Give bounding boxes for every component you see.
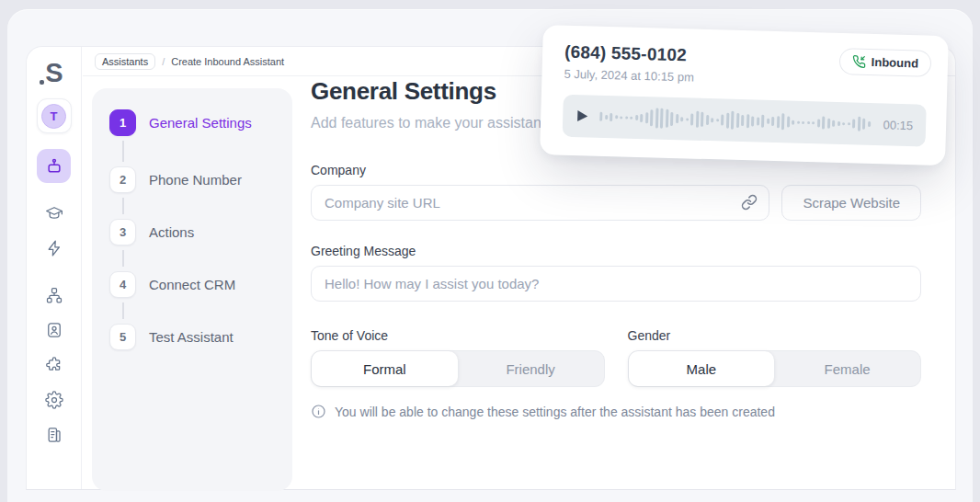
gender-toggle: Male Female (628, 350, 922, 387)
tone-toggle: Formal Friendly (311, 350, 605, 387)
step-test-assistant[interactable]: 5 Test Assistant (109, 324, 234, 350)
link-icon (741, 194, 758, 211)
settings-note-text: You will be able to change these setting… (335, 405, 775, 419)
company-url-input[interactable] (311, 185, 769, 221)
step-general-settings[interactable]: 1 General Settings (109, 109, 252, 136)
gender-option-male[interactable]: Male (629, 351, 775, 386)
inbound-badge: Inbound (838, 48, 931, 77)
step-connector (122, 250, 124, 267)
scrape-website-button[interactable]: Scrape Website (781, 185, 921, 221)
play-button[interactable] (575, 109, 588, 122)
step-label: Phone Number (149, 172, 242, 188)
gender-label: Gender (628, 328, 922, 343)
inbound-badge-label: Inbound (872, 55, 919, 70)
step-navigation: 1 General Settings 2 Phone Number 3 Acti… (92, 88, 292, 491)
avatar: T (41, 104, 66, 129)
fax-machine-icon (45, 426, 63, 444)
info-icon (311, 404, 326, 419)
sidebar-item-actions[interactable] (37, 231, 71, 265)
step-number: 4 (109, 271, 136, 298)
sidebar-item-assistants[interactable] (37, 149, 71, 183)
tone-of-voice-group: Tone of Voice Formal Friendly (311, 328, 605, 387)
step-connector (122, 302, 124, 319)
company-url-field (311, 185, 769, 221)
sidebar-item-integrations[interactable] (37, 348, 71, 382)
avatar-initial: T (51, 109, 58, 123)
tone-option-formal[interactable]: Formal (312, 351, 458, 386)
gender-group: Gender Male Female (628, 328, 922, 387)
waveform[interactable] (599, 96, 873, 145)
graduation-cap-icon (45, 204, 63, 222)
call-recording-card: (684) 555-0102 5 July, 2024 at 10:15 pm … (540, 25, 949, 165)
greeting-input[interactable] (311, 266, 921, 302)
breadcrumb-separator: / (162, 56, 165, 67)
phone-incoming-icon (852, 54, 866, 68)
settings-note: You will be able to change these setting… (311, 404, 921, 419)
step-number: 2 (109, 166, 136, 193)
contact-card-icon (45, 321, 63, 339)
greeting-field (311, 266, 921, 302)
lightning-bolt-icon (45, 239, 63, 257)
assistant-robot-icon (45, 157, 63, 176)
puzzle-piece-icon (45, 356, 63, 374)
sidebar-item-academy[interactable] (37, 196, 71, 230)
brand-logo-dot (40, 80, 44, 85)
sidebar-item-contacts[interactable] (37, 313, 71, 347)
step-label: Actions (149, 224, 194, 240)
workspace-avatar-button[interactable]: T (37, 98, 72, 133)
step-number: 5 (109, 324, 136, 350)
step-label: Test Assistant (149, 329, 234, 345)
step-number: 1 (109, 109, 136, 136)
sidebar-item-fax[interactable] (37, 417, 71, 451)
tone-option-friendly[interactable]: Friendly (458, 351, 604, 386)
sidebar: S T (27, 47, 82, 489)
brand-logo-letter: S (45, 58, 62, 88)
company-field-group: Company Scrape Website (311, 163, 921, 221)
sidebar-item-settings[interactable] (37, 382, 71, 416)
greeting-label: Greeting Message (311, 244, 921, 258)
gender-option-female[interactable]: Female (774, 351, 920, 386)
step-connect-crm[interactable]: 4 Connect CRM (109, 271, 235, 298)
step-connector (122, 198, 124, 214)
audio-duration: 00:15 (883, 118, 913, 132)
company-label: Company (311, 163, 921, 177)
breadcrumb-assistants[interactable]: Assistants (95, 53, 155, 70)
brand-logo: S (45, 54, 62, 91)
step-number: 3 (109, 219, 136, 245)
step-label: Connect CRM (149, 277, 235, 292)
sidebar-item-workflows[interactable] (37, 278, 71, 312)
step-phone-number[interactable]: 2 Phone Number (109, 166, 242, 193)
workflow-sitemap-icon (45, 286, 63, 304)
gear-icon (45, 391, 63, 409)
tone-label: Tone of Voice (311, 328, 605, 343)
audio-player: 00:15 (563, 95, 927, 147)
step-actions[interactable]: 3 Actions (109, 219, 194, 245)
step-connector (122, 141, 124, 162)
step-label: General Settings (149, 115, 252, 131)
breadcrumb-current: Create Inbound Assistant (171, 56, 284, 67)
greeting-field-group: Greeting Message (311, 244, 921, 302)
